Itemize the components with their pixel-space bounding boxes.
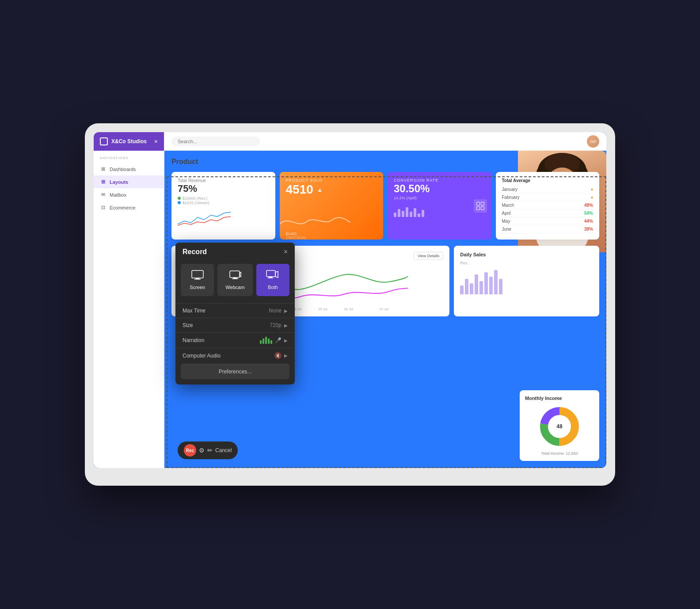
narration-row: Narration 🎤 ▶ [175,332,295,348]
sidebar-item-mailbox[interactable]: ✉ Mailbox [94,188,164,201]
max-time-row: Max Time None ▶ [175,303,295,318]
svg-text:06 Jul: 06 Jul [344,307,354,311]
record-mode-both[interactable]: Both [256,264,289,296]
layouts-icon: ⊞ [100,179,106,185]
topnav: Jan [164,132,606,151]
daily-sales-card: Daily Sales Rev... [454,246,599,316]
conversion-label: CONVERSION RATE [394,178,485,183]
sidebar-logo: X&Co Studios × [94,132,164,151]
svg-rect-29 [232,278,238,279]
search-input[interactable] [171,137,260,146]
conversion-value: 30.50% [394,183,485,195]
preferences-button[interactable]: Preferences... [181,364,289,379]
svg-text:07 Jul: 07 Jul [380,307,389,311]
sidebar-item-dashboards[interactable]: ⊞ Dashboards [94,163,164,175]
record-mode-screen[interactable]: Screen [181,264,214,296]
svg-rect-24 [192,270,203,278]
sidebar-item-label: Ecommerce [110,205,136,210]
max-time-value: None [269,308,282,314]
conversion-sub: 14.2% (April) [394,196,485,200]
size-label: Size [183,322,270,328]
narration-arrow[interactable]: ▶ [284,338,288,343]
sidebar-item-ecommerce[interactable]: ⊡ Ecommerce [94,201,164,214]
product-sold-card: PRODUCT SOLD 4510 ▲ $1450 (10/07/2016) [280,172,384,240]
product-sold-label: PRODUCT SOLD [286,178,377,183]
size-arrow[interactable]: ▶ [284,323,288,328]
record-mode-selector: Screen Webcam [175,260,295,303]
ecommerce-icon: ⊡ [100,205,106,210]
svg-text:48: 48 [556,423,563,430]
sidebar-item-label: Dashboards [110,167,136,172]
record-dialog-title: Record [183,248,207,256]
rec-button[interactable]: Rec [184,444,196,457]
cancel-button[interactable]: Cancel [215,447,232,453]
average-title: Total Average [502,178,593,183]
pencil-icon[interactable]: ✏ [207,447,213,454]
daily-sales-bars [460,268,593,294]
avg-row-jan: January♦ [502,186,593,194]
move-icon [474,199,487,213]
laptop-screen: X&Co Studios × NAVIGATIONS ⊞ Dashboards … [94,132,606,468]
view-details-button[interactable]: View Details [414,252,443,260]
gear-icon[interactable]: ⚙ [199,447,205,454]
revenue-label: Total Revenue [178,178,269,183]
record-dialog: Record × Screen [175,243,295,384]
conversion-bars [394,204,485,217]
max-time-label: Max Time [183,308,269,314]
cards-row: Total Revenue 75% $10000 (Rev.) $1625 (V… [171,172,599,240]
computer-audio-label: Computer Audio [183,353,274,359]
product-sold-value: 4510 [286,183,313,197]
svg-rect-26 [194,279,201,280]
both-icon [266,270,279,282]
avg-row-jun: June39% [502,225,593,233]
nav-section-label: NAVIGATIONS [94,151,164,163]
dashboards-icon: ⊞ [100,166,106,172]
webcam-icon [229,270,241,282]
laptop: X&Co Studios × NAVIGATIONS ⊞ Dashboards … [85,123,615,486]
svg-rect-32 [268,278,273,278]
audio-arrow[interactable]: ▶ [284,353,288,358]
narration-level [260,337,272,344]
sidebar-item-layouts[interactable]: ⊞ Layouts [94,175,164,188]
revenue-card: Total Revenue 75% $10000 (Rev.) $1625 (V… [171,172,275,240]
revenue-meta: $10000 (Rev.) $1625 (Viewer) [178,196,269,205]
avg-row-may: May44% [502,217,593,225]
daily-sales-sub: Rev... [460,261,593,265]
average-rows: January♦ Fabruary♦ March49% April54% May… [502,186,593,233]
size-row: Size 720p ▶ [175,318,295,332]
page-title: Product [171,158,599,166]
svg-rect-30 [266,270,275,277]
mic-icon: 🎤 [275,337,282,343]
logo-text: X&Co Studios [111,138,151,145]
income-title: Monthly Income [525,396,594,401]
record-mode-webcam[interactable]: Webcam [217,264,252,296]
sidebar-close-icon[interactable]: × [154,138,158,145]
product-sold-date: (10/07/2016) [286,236,306,240]
revenue-value: 75% [178,183,269,194]
sidebar-item-label: Layouts [110,179,128,185]
sidebar: X&Co Studios × NAVIGATIONS ⊞ Dashboards … [94,132,164,468]
daily-sales-title: Daily Sales [460,252,593,257]
record-close-button[interactable]: × [284,248,288,255]
narration-label: Narration [183,337,260,343]
logo-icon [100,137,108,145]
size-value: 720p [270,322,282,328]
max-time-arrow[interactable]: ▶ [284,308,288,313]
webcam-label: Webcam [225,285,244,290]
bottom-toolbar: Rec ⚙ ✏ Cancel [178,442,238,459]
computer-audio-row: Computer Audio 🔇 ▶ [175,348,295,363]
mailbox-icon: ✉ [100,192,106,198]
avg-row-feb: Fabruary♦ [502,194,593,202]
avg-row-apr: April54% [502,209,593,217]
screen-label: Screen [190,285,205,290]
record-titlebar: Record × [175,243,295,260]
both-label: Both [268,285,278,290]
sidebar-item-label: Mailbox [110,192,126,198]
conversion-card: CONVERSION RATE 30.50% 14.2% (April) [388,172,491,240]
average-card: Total Average January♦ Fabruary♦ March49… [496,172,600,240]
monthly-income-card: Monthly Income 48 Total Income: 12,650 [520,390,599,461]
avatar: Jan [587,135,599,148]
income-total: Total Income: 12,650 [525,451,594,456]
donut-chart: 48 [537,404,582,449]
screen-icon [191,270,204,282]
